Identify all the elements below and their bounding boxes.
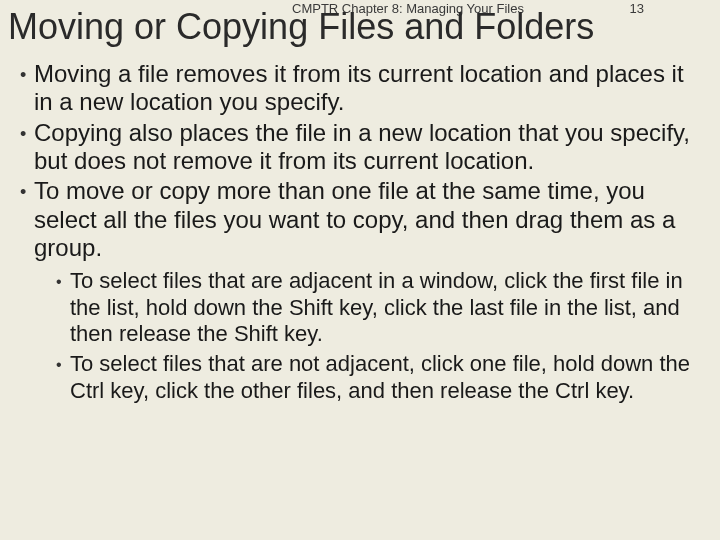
sub-bullet-item: To select files that are not adjacent, c… bbox=[56, 351, 708, 404]
bullet-item: To move or copy more than one file at th… bbox=[20, 177, 708, 404]
bullet-item: Moving a file removes it from its curren… bbox=[20, 60, 708, 117]
slide-title: Moving or Copying Files and Folders bbox=[8, 6, 594, 48]
bullet-item: Copying also places the file in a new lo… bbox=[20, 119, 708, 176]
bullet-text: To move or copy more than one file at th… bbox=[34, 177, 675, 261]
sub-bullet-list: To select files that are adjacent in a w… bbox=[34, 268, 708, 404]
header: CMPTR Chapter 8: Managing Your Files 13 … bbox=[12, 0, 708, 50]
content-area: Moving a file removes it from its curren… bbox=[12, 50, 708, 404]
slide: CMPTR Chapter 8: Managing Your Files 13 … bbox=[0, 0, 720, 540]
sub-bullet-item: To select files that are adjacent in a w… bbox=[56, 268, 708, 347]
main-bullet-list: Moving a file removes it from its curren… bbox=[12, 60, 708, 404]
page-number: 13 bbox=[630, 1, 644, 16]
